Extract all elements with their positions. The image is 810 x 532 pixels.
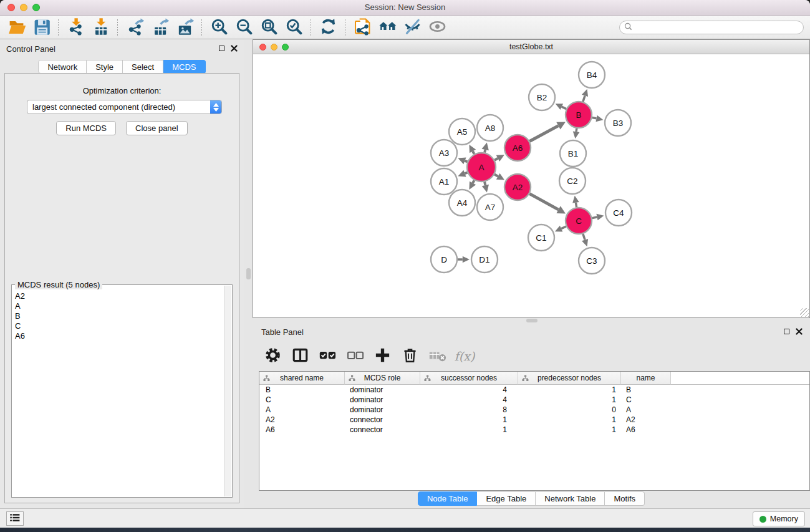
zoom-fit-button[interactable]	[257, 17, 281, 38]
add-column-button[interactable]	[372, 346, 392, 367]
graph-node-A5[interactable]: A5	[449, 118, 475, 145]
tab-style[interactable]: Style	[87, 60, 123, 74]
network-window-titlebar[interactable]: testGlobe.txt	[253, 40, 809, 54]
tab-edge-table[interactable]: Edge Table	[477, 491, 536, 506]
graph-node-B2[interactable]: B2	[529, 84, 555, 110]
float-panel-icon[interactable]	[219, 46, 224, 51]
graph-edge-A-A2[interactable]	[494, 173, 504, 180]
graph-node-A2[interactable]: A2	[504, 174, 531, 200]
tab-mcds[interactable]: MCDS	[163, 60, 205, 74]
table-row[interactable]: A6connector11A6	[259, 425, 809, 435]
graph-node-C1[interactable]: C1	[528, 225, 554, 251]
memory-button[interactable]: Memory	[753, 511, 805, 526]
graph-node-A[interactable]: A	[467, 153, 496, 181]
graph-node-A1[interactable]: A1	[431, 168, 457, 195]
save-session-button[interactable]	[29, 17, 53, 38]
graph-edge-D-D1[interactable]	[458, 256, 470, 263]
tab-node-table[interactable]: Node Table	[418, 491, 478, 506]
table-cell[interactable]: B	[259, 385, 345, 395]
table-cell[interactable]: 1	[518, 415, 621, 425]
graph-edge-A-A1[interactable]	[458, 170, 467, 177]
graph-node-B3[interactable]: B3	[605, 110, 631, 136]
tab-select[interactable]: Select	[123, 60, 163, 74]
graph-node-D1[interactable]: D1	[471, 246, 498, 273]
column-header-shared-name[interactable]: shared name	[259, 372, 345, 385]
graph-node-A3[interactable]: A3	[431, 140, 457, 166]
table-row[interactable]: A2connector11A2	[259, 415, 809, 425]
home-button[interactable]	[375, 17, 399, 38]
tab-motifs[interactable]: Motifs	[605, 491, 645, 506]
refresh-button[interactable]	[316, 17, 340, 38]
run-mcds-button[interactable]: Run MCDS	[56, 121, 116, 135]
zoom-selected-button[interactable]	[282, 17, 306, 38]
graph-edge-C-C1[interactable]	[555, 226, 566, 232]
mcds-result-item[interactable]: A	[15, 301, 223, 311]
graph-edge-A-A5[interactable]	[469, 145, 476, 154]
graph-edge-A-A7[interactable]	[482, 181, 489, 192]
column-header-name[interactable]: name	[621, 372, 671, 385]
float-table-panel-icon[interactable]	[784, 329, 789, 334]
graph-node-A7[interactable]: A7	[477, 194, 503, 220]
select-all-columns-button[interactable]	[317, 346, 337, 367]
graph-node-B4[interactable]: B4	[579, 62, 605, 88]
table-cell[interactable]: C	[259, 395, 345, 405]
table-cell[interactable]: dominator	[345, 405, 420, 415]
graph-edge-C-C4[interactable]	[592, 214, 604, 220]
table-cell[interactable]: connector	[345, 425, 420, 435]
table-cell[interactable]: 1	[420, 415, 518, 425]
graph-edge-A-A8[interactable]	[482, 142, 489, 152]
column-header-successor-nodes[interactable]: successor nodes	[420, 372, 518, 385]
mcds-result-item[interactable]: B	[15, 311, 223, 321]
table-cell[interactable]: 4	[420, 385, 518, 395]
table-row[interactable]: Bdominator41B	[259, 385, 809, 395]
table-cell[interactable]: dominator	[345, 395, 420, 405]
graph-node-A4[interactable]: A4	[449, 190, 475, 216]
table-cell[interactable]: A	[259, 405, 345, 415]
table-cell[interactable]: 1	[518, 395, 621, 405]
table-cell[interactable]: B	[621, 385, 671, 395]
table-cell[interactable]: 1	[420, 425, 518, 435]
zoom-in-button[interactable]	[207, 17, 231, 38]
import-table-button[interactable]	[89, 17, 112, 38]
table-cell[interactable]: A6	[621, 425, 671, 435]
import-network-button[interactable]	[64, 17, 87, 38]
splitter-handle-horizontal[interactable]	[526, 319, 538, 322]
table-cell[interactable]: 8	[420, 405, 518, 415]
tab-network-table[interactable]: Network Table	[536, 491, 605, 506]
delete-column-button[interactable]	[400, 346, 420, 367]
deselect-all-columns-button[interactable]	[345, 346, 365, 367]
open-file-button[interactable]	[4, 17, 28, 38]
table-cell[interactable]: A6	[259, 425, 345, 435]
table-settings-button[interactable]	[263, 346, 282, 367]
mcds-result-item[interactable]: A2	[15, 291, 223, 301]
graph-node-A8[interactable]: A8	[477, 115, 503, 141]
export-network-button[interactable]	[123, 17, 147, 38]
splitter-handle-vertical[interactable]	[246, 268, 251, 279]
graph-edge-B-B1[interactable]	[573, 128, 580, 138]
graph-edge-A6-B[interactable]	[529, 122, 566, 141]
column-header-predecessor-nodes[interactable]: predecessor nodes	[518, 372, 621, 385]
graph-node-A6[interactable]: A6	[504, 135, 531, 161]
graph-edge-A2-C[interactable]	[529, 194, 566, 214]
table-cell[interactable]: 1	[518, 425, 621, 435]
resize-grip[interactable]	[800, 308, 809, 317]
close-table-panel-icon[interactable]	[796, 328, 803, 335]
mcds-result-list[interactable]: A2ABCA6	[12, 288, 223, 496]
graph-edge-B-B4[interactable]	[582, 89, 588, 102]
graph-node-C2[interactable]: C2	[559, 168, 586, 194]
close-panel-button[interactable]: Close panel	[126, 121, 188, 135]
criterion-dropdown[interactable]: largest connected component (directed)	[27, 100, 222, 114]
graph-edge-A-A6[interactable]	[494, 155, 504, 162]
export-image-button[interactable]	[173, 17, 196, 38]
show-panels-button[interactable]	[425, 17, 449, 38]
graph-node-C4[interactable]: C4	[605, 200, 632, 226]
task-history-button[interactable]	[6, 511, 24, 526]
table-cell[interactable]: dominator	[345, 385, 420, 395]
tab-network[interactable]: Network	[38, 60, 87, 74]
zoom-out-button[interactable]	[232, 17, 256, 38]
search-input[interactable]	[635, 22, 803, 33]
graph-node-C[interactable]: C	[566, 208, 592, 234]
table-row[interactable]: Cdominator41C	[259, 395, 809, 405]
graph-edge-A-A3[interactable]	[458, 157, 467, 164]
table-cell[interactable]: connector	[345, 415, 420, 425]
